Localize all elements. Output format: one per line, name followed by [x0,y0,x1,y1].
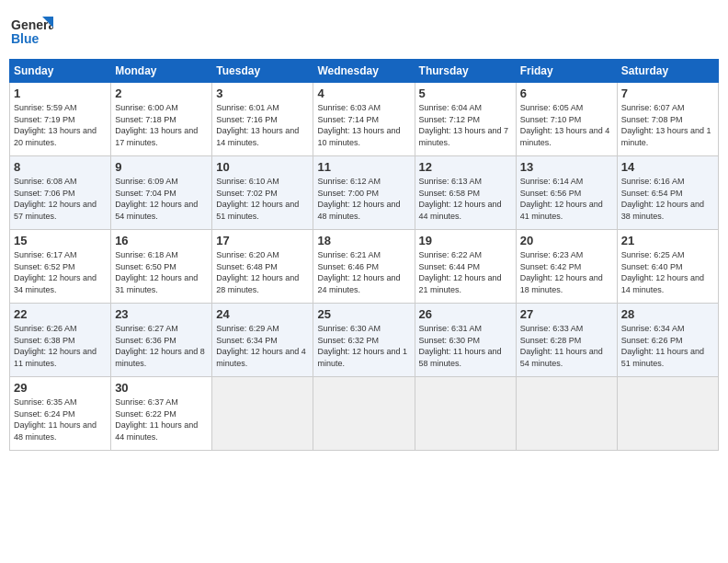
calendar-week-row: 22 Sunrise: 6:26 AM Sunset: 6:38 PM Dayl… [10,304,719,377]
calendar-cell: 17 Sunrise: 6:20 AM Sunset: 6:48 PM Dayl… [212,230,313,304]
day-info: Sunrise: 6:20 AM Sunset: 6:48 PM Dayligh… [216,249,309,295]
day-header-sunday: Sunday [10,60,111,83]
day-number: 4 [317,86,410,100]
calendar-cell: 14 Sunrise: 6:16 AM Sunset: 6:54 PM Dayl… [617,156,718,230]
day-number: 1 [14,86,107,100]
day-number: 16 [115,234,208,247]
day-number: 15 [14,234,107,247]
day-number: 30 [115,381,208,395]
day-number: 8 [14,160,107,174]
day-number: 27 [520,307,613,321]
calendar-week-row: 15 Sunrise: 6:17 AM Sunset: 6:52 PM Dayl… [10,230,719,304]
day-header-wednesday: Wednesday [313,60,415,83]
calendar-cell: 21 Sunrise: 6:25 AM Sunset: 6:40 PM Dayl… [617,230,718,304]
day-number: 26 [419,307,512,321]
day-number: 2 [115,86,208,100]
day-number: 12 [419,160,512,174]
day-number: 23 [115,307,208,321]
calendar-cell: 16 Sunrise: 6:18 AM Sunset: 6:50 PM Dayl… [111,230,212,304]
calendar-cell: 20 Sunrise: 6:23 AM Sunset: 6:42 PM Dayl… [516,230,617,304]
logo-icon: General Blue [9,9,53,53]
calendar-cell: 18 Sunrise: 6:21 AM Sunset: 6:46 PM Dayl… [313,230,415,304]
calendar-cell [617,377,718,451]
calendar-cell: 10 Sunrise: 6:10 AM Sunset: 7:02 PM Dayl… [212,156,313,230]
day-info: Sunrise: 6:00 AM Sunset: 7:18 PM Dayligh… [115,102,208,148]
day-number: 21 [621,234,714,247]
day-number: 22 [14,307,107,321]
calendar-cell: 26 Sunrise: 6:31 AM Sunset: 6:30 PM Dayl… [415,304,516,377]
day-number: 17 [216,234,309,247]
calendar-cell: 4 Sunrise: 6:03 AM Sunset: 7:14 PM Dayli… [313,83,415,156]
calendar-cell: 6 Sunrise: 6:05 AM Sunset: 7:10 PM Dayli… [516,83,617,156]
calendar-week-row: 29 Sunrise: 6:35 AM Sunset: 6:24 PM Dayl… [10,377,719,451]
day-info: Sunrise: 6:17 AM Sunset: 6:52 PM Dayligh… [14,249,107,295]
day-header-saturday: Saturday [617,60,718,83]
day-header-thursday: Thursday [415,60,516,83]
day-info: Sunrise: 6:03 AM Sunset: 7:14 PM Dayligh… [317,102,410,148]
calendar-cell: 3 Sunrise: 6:01 AM Sunset: 7:16 PM Dayli… [212,83,313,156]
calendar-cell [212,377,313,451]
calendar-cell: 25 Sunrise: 6:30 AM Sunset: 6:32 PM Dayl… [313,304,415,377]
calendar-table: SundayMondayTuesdayWednesdayThursdayFrid… [9,59,719,451]
calendar-cell: 23 Sunrise: 6:27 AM Sunset: 6:36 PM Dayl… [111,304,212,377]
calendar-cell: 7 Sunrise: 6:07 AM Sunset: 7:08 PM Dayli… [617,83,718,156]
calendar-cell: 28 Sunrise: 6:34 AM Sunset: 6:26 PM Dayl… [617,304,718,377]
day-info: Sunrise: 6:09 AM Sunset: 7:04 PM Dayligh… [115,176,208,222]
day-number: 6 [520,86,613,100]
calendar-cell: 13 Sunrise: 6:14 AM Sunset: 6:56 PM Dayl… [516,156,617,230]
day-info: Sunrise: 6:05 AM Sunset: 7:10 PM Dayligh… [520,102,613,148]
calendar-cell: 11 Sunrise: 6:12 AM Sunset: 7:00 PM Dayl… [313,156,415,230]
day-number: 10 [216,160,309,174]
logo: General Blue [9,9,53,53]
day-number: 5 [419,86,512,100]
day-info: Sunrise: 6:35 AM Sunset: 6:24 PM Dayligh… [14,396,107,442]
calendar-cell: 15 Sunrise: 6:17 AM Sunset: 6:52 PM Dayl… [10,230,111,304]
calendar-cell: 1 Sunrise: 5:59 AM Sunset: 7:19 PM Dayli… [10,83,111,156]
day-header-tuesday: Tuesday [212,60,313,83]
day-info: Sunrise: 6:31 AM Sunset: 6:30 PM Dayligh… [419,323,512,369]
day-number: 3 [216,86,309,100]
day-info: Sunrise: 6:22 AM Sunset: 6:44 PM Dayligh… [419,249,512,295]
day-number: 14 [621,160,714,174]
day-info: Sunrise: 6:26 AM Sunset: 6:38 PM Dayligh… [14,323,107,369]
day-info: Sunrise: 6:34 AM Sunset: 6:26 PM Dayligh… [621,323,714,369]
day-number: 18 [317,234,410,247]
day-number: 19 [419,234,512,247]
day-info: Sunrise: 6:04 AM Sunset: 7:12 PM Dayligh… [419,102,512,148]
calendar-cell [516,377,617,451]
day-info: Sunrise: 6:21 AM Sunset: 6:46 PM Dayligh… [317,249,410,295]
calendar-header-row: SundayMondayTuesdayWednesdayThursdayFrid… [10,60,719,83]
day-number: 24 [216,307,309,321]
day-number: 7 [621,86,714,100]
day-info: Sunrise: 6:30 AM Sunset: 6:32 PM Dayligh… [317,323,410,369]
page-header: General Blue [9,9,719,53]
calendar-week-row: 1 Sunrise: 5:59 AM Sunset: 7:19 PM Dayli… [10,83,719,156]
day-number: 20 [520,234,613,247]
svg-text:Blue: Blue [11,31,40,46]
calendar-cell: 5 Sunrise: 6:04 AM Sunset: 7:12 PM Dayli… [415,83,516,156]
day-info: Sunrise: 6:14 AM Sunset: 6:56 PM Dayligh… [520,176,613,222]
day-number: 28 [621,307,714,321]
day-info: Sunrise: 6:25 AM Sunset: 6:40 PM Dayligh… [621,249,714,295]
calendar-week-row: 8 Sunrise: 6:08 AM Sunset: 7:06 PM Dayli… [10,156,719,230]
day-info: Sunrise: 6:08 AM Sunset: 7:06 PM Dayligh… [14,176,107,222]
day-info: Sunrise: 6:18 AM Sunset: 6:50 PM Dayligh… [115,249,208,295]
day-info: Sunrise: 6:37 AM Sunset: 6:22 PM Dayligh… [115,396,208,442]
day-info: Sunrise: 6:16 AM Sunset: 6:54 PM Dayligh… [621,176,714,222]
calendar-cell: 9 Sunrise: 6:09 AM Sunset: 7:04 PM Dayli… [111,156,212,230]
day-number: 11 [317,160,410,174]
calendar-cell: 2 Sunrise: 6:00 AM Sunset: 7:18 PM Dayli… [111,83,212,156]
calendar-cell [415,377,516,451]
day-info: Sunrise: 6:33 AM Sunset: 6:28 PM Dayligh… [520,323,613,369]
day-number: 25 [317,307,410,321]
calendar-cell: 30 Sunrise: 6:37 AM Sunset: 6:22 PM Dayl… [111,377,212,451]
day-info: Sunrise: 6:29 AM Sunset: 6:34 PM Dayligh… [216,323,309,369]
calendar-cell: 19 Sunrise: 6:22 AM Sunset: 6:44 PM Dayl… [415,230,516,304]
day-info: Sunrise: 6:13 AM Sunset: 6:58 PM Dayligh… [419,176,512,222]
day-number: 29 [14,381,107,395]
day-info: Sunrise: 6:10 AM Sunset: 7:02 PM Dayligh… [216,176,309,222]
day-info: Sunrise: 6:01 AM Sunset: 7:16 PM Dayligh… [216,102,309,148]
calendar-cell [313,377,415,451]
calendar-cell: 24 Sunrise: 6:29 AM Sunset: 6:34 PM Dayl… [212,304,313,377]
calendar-cell: 22 Sunrise: 6:26 AM Sunset: 6:38 PM Dayl… [10,304,111,377]
